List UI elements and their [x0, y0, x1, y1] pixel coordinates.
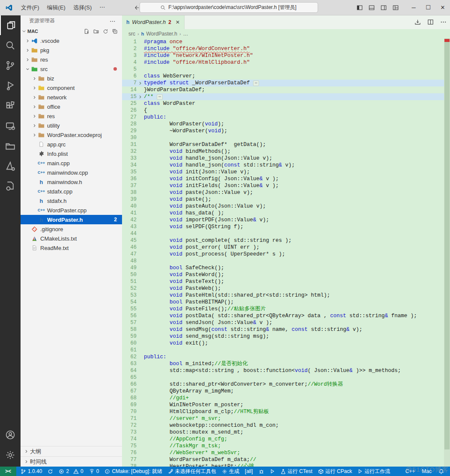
code-editor[interactable]: 1#pragma once2#include "office/WordConve… — [122, 39, 444, 467]
close-button[interactable]: ✕ — [435, 0, 450, 15]
breadcrumb[interactable]: src›hWordPaster.h›… — [122, 29, 444, 39]
breadcrumb-item[interactable]: src — [128, 31, 135, 37]
panel-right-icon[interactable] — [381, 5, 387, 11]
code-line: 51 void PasteText(); — [122, 278, 444, 285]
status-build[interactable]: 生成 — [222, 468, 239, 475]
tab-close-icon[interactable]: ✕ — [176, 19, 180, 25]
tree-item-wordpaster-h[interactable]: hWordPaster.h2 — [21, 215, 122, 224]
explorer-sidebar: 资源管理器 ⋯ MAC .vscodepkgressrcbizcomponent… — [21, 15, 122, 467]
fold-spacer — [137, 278, 144, 285]
layout-grid-icon[interactable] — [393, 5, 399, 11]
menu-item[interactable]: ⋯ — [95, 4, 109, 12]
tree-item-network[interactable]: network — [21, 92, 122, 102]
status-launch-btn[interactable] — [270, 469, 275, 474]
fold-chevron-icon[interactable] — [137, 93, 144, 100]
more-icon[interactable] — [440, 19, 447, 25]
download-icon[interactable] — [414, 19, 421, 25]
activity-accounts-icon[interactable] — [0, 425, 21, 445]
remote-indicator[interactable]: >< — [0, 467, 16, 476]
status-sync[interactable] — [48, 469, 53, 474]
maximize-button[interactable]: ☐ — [421, 0, 435, 15]
activity-project-tools-icon[interactable] — [0, 176, 21, 196]
status-cpack[interactable]: 运行 CPack — [318, 468, 352, 475]
collapse-all-icon[interactable] — [112, 29, 118, 34]
breadcrumb-item[interactable]: WordPaster.h — [146, 31, 177, 37]
fold-spacer — [137, 52, 144, 59]
menu-item[interactable]: 文件(F) — [17, 4, 43, 12]
code-text: typedef struct _WordParserDataDef ⋯ — [144, 80, 444, 86]
panel-大纲[interactable]: 大纲 — [21, 446, 122, 456]
status-ports[interactable]: 0 — [89, 468, 99, 474]
activity-source-control-icon[interactable] — [0, 55, 21, 75]
tree-item-readme-txt[interactable]: ReadMe.txt — [21, 243, 122, 253]
chevron-right-icon — [24, 58, 31, 62]
menu-item[interactable]: 编辑(E) — [43, 4, 69, 12]
tree-item-stdafx-h[interactable]: hstdafx.h — [21, 196, 122, 205]
panel-bottom-icon[interactable] — [369, 5, 375, 11]
activity-folder-view-icon[interactable] — [0, 136, 21, 156]
tree-item--vscode[interactable]: .vscode — [21, 36, 122, 45]
status-kit[interactable]: 未选择任何工具包 — [168, 468, 216, 475]
tree-item-info-plist[interactable]: Info.plist — [21, 149, 122, 158]
code-text: #include "network/WInINetPoster.h" — [144, 52, 444, 59]
tree-item-cmakelists-txt[interactable]: CMakeLists.txt — [21, 234, 122, 243]
line-number: 57 — [122, 319, 137, 326]
cmake-file-icon — [31, 235, 38, 242]
code-line: 53 void PasteHtml(std::shared_ptr<std::s… — [122, 292, 444, 299]
status-branch[interactable]: 1.0.40 — [21, 468, 42, 474]
tree-item-wordpaster-cpp[interactable]: C++WordPaster.cpp — [21, 205, 122, 215]
minimize-button[interactable]: ─ — [406, 0, 421, 15]
tab-wordpaster-h[interactable]: h WordPaster.h 2 ✕ — [122, 15, 185, 29]
tree-item-stdafx-cpp[interactable]: C++stdafx.cpp — [21, 187, 122, 196]
tree-item-utility[interactable]: utility — [21, 121, 122, 130]
status-debug-btn[interactable] — [259, 469, 264, 474]
menu-item[interactable]: 选择(S) — [69, 4, 95, 12]
line-number: 41 — [122, 210, 137, 217]
code-line: 29 ~WordPaster(void); — [122, 128, 444, 134]
tree-item-mainwindow-cpp[interactable]: C++mainwindow.cpp — [21, 168, 122, 177]
tree-item-pkg[interactable]: pkg — [21, 45, 122, 55]
split-editor-icon[interactable] — [427, 19, 434, 25]
scrollbar-thumb[interactable] — [444, 39, 450, 449]
tree-item--gitignore[interactable]: .gitignore — [21, 224, 122, 234]
code-line: 40 void pasteAuto(Json::Value v); — [122, 203, 444, 210]
activity-search-icon[interactable] — [0, 35, 21, 55]
line-number: 64 — [122, 367, 137, 374]
activity-cmake-icon[interactable] — [0, 156, 21, 176]
tree-item-office[interactable]: office — [21, 102, 122, 111]
tree-item-res[interactable]: res — [21, 111, 122, 121]
status-cmake-status[interactable]: CMake: [Debug]: 就绪 — [104, 468, 162, 475]
activity-settings-icon[interactable] — [0, 445, 21, 465]
activity-run-debug-icon[interactable] — [0, 75, 21, 95]
tree-item-component[interactable]: component — [21, 83, 122, 92]
new-folder-icon[interactable] — [93, 29, 99, 34]
status-ctest[interactable]: 运行 CTest — [280, 468, 313, 475]
panel-时间线[interactable]: 时间线 — [21, 456, 122, 467]
tree-item-wordpaster-xcodeproj[interactable]: WordPaster.xcodeproj — [21, 130, 122, 140]
tree-item-main-cpp[interactable]: C++main.cpp — [21, 158, 122, 168]
tree-item-biz[interactable]: biz — [21, 74, 122, 83]
tree-item-src[interactable]: src — [21, 64, 122, 74]
explorer-more-icon[interactable]: ⋯ — [110, 18, 116, 24]
activity-extensions-icon[interactable] — [0, 95, 21, 116]
line-number: 46 — [122, 244, 137, 251]
status-workflow[interactable]: 运行工作流 — [358, 468, 390, 475]
tree-item-mainwindow-h[interactable]: hmainwindow.h — [21, 177, 122, 187]
status-build-target[interactable]: [all] — [245, 468, 253, 474]
editor-scrollbar[interactable] — [444, 39, 450, 467]
status-problems[interactable]: 20 — [59, 468, 83, 474]
breadcrumb-item[interactable]: … — [183, 31, 188, 37]
refresh-icon[interactable] — [103, 29, 108, 34]
code-text: std::map<std::string , boost::function<v… — [144, 367, 444, 374]
activity-remote-explorer-icon[interactable] — [0, 116, 21, 136]
workspace-section-header[interactable]: MAC — [21, 27, 122, 36]
panel-left-icon[interactable] — [357, 5, 363, 11]
fold-spacer — [137, 367, 144, 374]
command-center-search[interactable]: F:\apps\wordpaster\code\mac\src\WordPast… — [139, 2, 318, 13]
fold-chevron-icon[interactable] — [137, 80, 144, 86]
new-file-icon[interactable] — [84, 29, 89, 34]
activity-explorer-icon[interactable] — [0, 15, 21, 35]
tree-item-res[interactable]: res — [21, 55, 122, 64]
back-icon[interactable] — [134, 5, 140, 11]
tree-item-app-qrc[interactable]: app.qrc — [21, 140, 122, 149]
